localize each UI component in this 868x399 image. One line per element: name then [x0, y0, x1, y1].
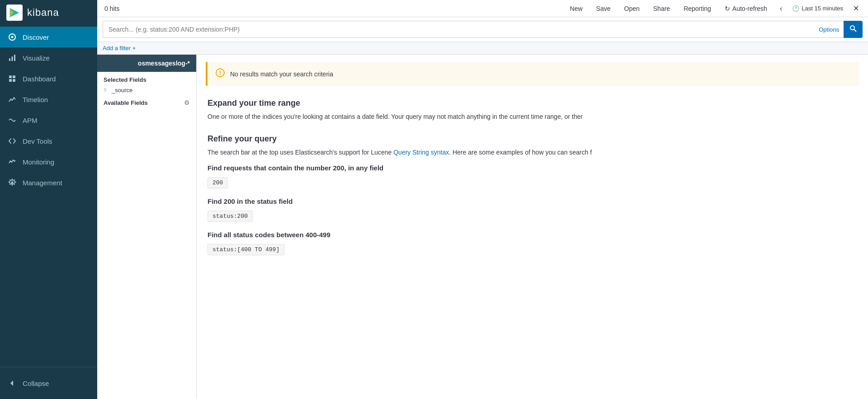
- example2-title: Find 200 in the status field: [208, 197, 857, 205]
- kibana-logo-text: kibana: [27, 7, 59, 19]
- search-row: Options: [97, 17, 868, 42]
- dev-tools-icon: [7, 136, 17, 146]
- reporting-button[interactable]: Reporting: [681, 3, 714, 14]
- sidebar-item-discover-label: Discover: [23, 33, 49, 41]
- top-bar: 0 hits New Save Open Share Reporting ↻ A…: [97, 0, 868, 17]
- collapse-button[interactable]: Collapse: [0, 373, 97, 394]
- svg-point-11: [850, 26, 854, 30]
- time-nav-arrows: ‹: [778, 5, 784, 13]
- example3-title: Find all status codes between 400-499: [208, 231, 857, 239]
- visualize-icon: [7, 53, 17, 63]
- top-bar-actions: New Save Open Share Reporting ↻ Auto-ref…: [567, 3, 861, 14]
- refine-query-body: The search bar at the top uses Elasticse…: [208, 147, 857, 157]
- sidebar: kibana Discover Visualize Dashboard: [0, 0, 97, 399]
- fields-settings-button[interactable]: ⚙: [184, 99, 190, 106]
- discover-icon: [7, 32, 17, 42]
- no-results-text: No results match your search criteria: [230, 70, 333, 78]
- add-filter-button[interactable]: Add a filter +: [103, 45, 136, 52]
- hits-count: 0 hits: [104, 5, 119, 12]
- apm-icon: [7, 115, 17, 125]
- gear-icon: ⚙: [184, 99, 190, 106]
- example3-code: status:[400 TO 499]: [208, 244, 284, 255]
- search-icon: [849, 25, 857, 34]
- svg-marker-10: [10, 380, 13, 386]
- field-type-badge: ?: [104, 88, 109, 93]
- monitoring-icon: [7, 157, 17, 167]
- sidebar-item-dev-tools-label: Dev Tools: [23, 137, 52, 145]
- sidebar-item-monitoring[interactable]: Monitoring: [0, 151, 97, 172]
- sidebar-item-timelion[interactable]: Timelion: [0, 89, 97, 110]
- sidebar-item-dashboard[interactable]: Dashboard: [0, 68, 97, 89]
- refine-query-title: Refine your query: [208, 134, 857, 144]
- query-string-syntax-link[interactable]: Query String syntax: [393, 149, 449, 156]
- kibana-logo-icon: [6, 5, 23, 21]
- sidebar-bottom: Collapse: [0, 367, 97, 399]
- expand-time-body: One or more of the indices you're lookin…: [208, 112, 857, 122]
- filter-row: Add a filter +: [97, 42, 868, 55]
- sidebar-item-timelion-label: Timelion: [23, 96, 48, 103]
- selected-fields-title: Selected Fields: [97, 72, 196, 85]
- help-content: Expand your time range One or more of th…: [197, 95, 868, 282]
- expand-time-title: Expand your time range: [208, 99, 857, 108]
- sidebar-item-visualize-label: Visualize: [23, 54, 50, 62]
- main-content: 0 hits New Save Open Share Reporting ↻ A…: [97, 0, 868, 399]
- options-button[interactable]: Options: [819, 26, 839, 33]
- sidebar-item-visualize[interactable]: Visualize: [0, 47, 97, 68]
- left-panel: ‹ osmessageslog-* Selected Fields ? _sou…: [97, 55, 197, 399]
- expand-time-section: Expand your time range One or more of th…: [208, 99, 857, 122]
- search-input[interactable]: [103, 21, 844, 38]
- svg-rect-7: [9, 79, 12, 82]
- collapse-icon: [7, 378, 17, 388]
- sidebar-nav: Discover Visualize Dashboard Timelion: [0, 25, 97, 367]
- index-header: ‹ osmessageslog-*: [97, 55, 196, 72]
- sidebar-logo: kibana: [0, 0, 97, 25]
- auto-refresh-button[interactable]: ↻ Auto-refresh: [722, 3, 770, 14]
- svg-text:!: !: [219, 69, 222, 76]
- content-area: ‹ osmessageslog-* Selected Fields ? _sou…: [97, 55, 868, 399]
- save-button[interactable]: Save: [594, 3, 613, 14]
- clock-icon: 🕐: [792, 5, 799, 12]
- refresh-icon: ↻: [725, 5, 730, 12]
- svg-point-9: [11, 182, 14, 184]
- example1-title: Find requests that contain the number 20…: [208, 164, 857, 172]
- sidebar-item-dev-tools[interactable]: Dev Tools: [0, 131, 97, 151]
- svg-rect-8: [13, 79, 15, 82]
- example2-code: status:200: [208, 211, 253, 222]
- refine-query-section: Refine your query The search bar at the …: [208, 134, 857, 258]
- sidebar-item-management-label: Management: [23, 179, 62, 187]
- sidebar-item-discover[interactable]: Discover: [0, 27, 97, 47]
- time-range-button[interactable]: 🕐 Last 15 minutes: [792, 5, 843, 12]
- svg-rect-2: [9, 58, 10, 61]
- management-icon: [7, 178, 17, 188]
- sidebar-item-dashboard-label: Dashboard: [23, 75, 56, 83]
- sidebar-item-management[interactable]: Management: [0, 172, 97, 193]
- field-name: _source: [112, 87, 132, 94]
- sidebar-item-monitoring-label: Monitoring: [23, 158, 54, 166]
- next-time-button[interactable]: ✕: [851, 4, 861, 13]
- open-button[interactable]: Open: [622, 3, 642, 14]
- svg-rect-4: [14, 55, 15, 61]
- search-submit-button[interactable]: [844, 21, 863, 38]
- sidebar-item-apm-label: APM: [23, 117, 38, 124]
- index-name: osmessageslog-*: [138, 60, 190, 67]
- share-button[interactable]: Share: [651, 3, 673, 14]
- warning-icon: !: [216, 68, 225, 80]
- svg-rect-6: [13, 75, 15, 78]
- svg-rect-5: [9, 75, 12, 78]
- no-results-banner: ! No results match your search criteria: [206, 62, 859, 86]
- dashboard-icon: [7, 74, 17, 84]
- collapse-label: Collapse: [23, 380, 49, 387]
- available-fields-header: Available Fields ⚙: [97, 95, 196, 108]
- svg-point-1: [11, 36, 14, 38]
- example1-code: 200: [208, 177, 228, 188]
- main-panel: ! No results match your search criteria …: [197, 55, 868, 399]
- svg-line-12: [854, 29, 856, 32]
- new-button[interactable]: New: [567, 3, 585, 14]
- timelion-icon: [7, 94, 17, 104]
- prev-time-button[interactable]: ‹: [778, 5, 784, 13]
- available-fields-title: Available Fields: [104, 99, 148, 106]
- search-input-wrap: Options: [103, 21, 844, 38]
- source-field-item[interactable]: ? _source: [97, 85, 196, 95]
- svg-rect-3: [12, 56, 13, 61]
- sidebar-item-apm[interactable]: APM: [0, 110, 97, 131]
